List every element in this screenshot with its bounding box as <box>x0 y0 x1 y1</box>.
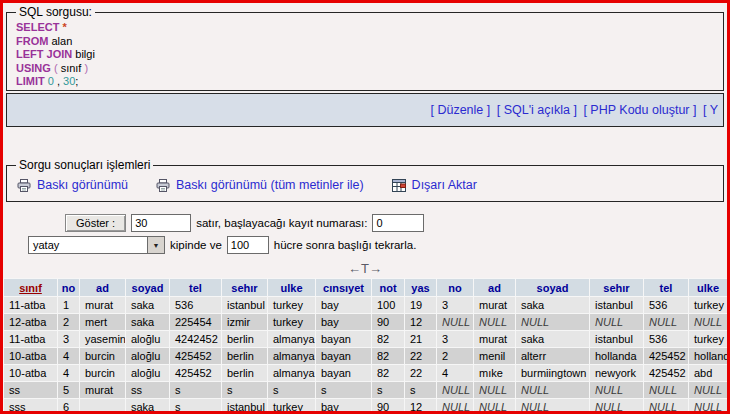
column-header: ulke <box>689 279 728 297</box>
table-cell: 3 <box>58 331 80 348</box>
display-mode-select[interactable]: yatay ▼ <box>28 236 165 254</box>
display-mode-value: yatay <box>29 239 147 251</box>
table-cell: istanbul <box>222 399 268 414</box>
table-cell: aloğlu <box>126 331 170 348</box>
sql-token-plain: alan <box>48 35 72 47</box>
table-row: 10-atba4burcinaloğlu425452berlinalmanyab… <box>4 365 728 382</box>
table-cell: 100 <box>372 297 405 314</box>
table-cell: 425452 <box>644 348 689 365</box>
sql-token-star: * <box>62 21 66 33</box>
operation-link[interactable]: Baskı görünümü (tüm metinler ile) <box>156 178 364 192</box>
table-cell: 12-atba <box>4 314 58 331</box>
table-cell: saka <box>126 314 170 331</box>
table-cell: NULL <box>516 382 590 399</box>
sql-line: LEFT JOIN bilgi <box>16 48 717 62</box>
column-sort-link[interactable]: soyad <box>537 282 569 294</box>
results-operations-panel: Sorgu sonuçları işlemleri Baskı görünümü… <box>6 158 724 202</box>
column-sort-link[interactable]: ad <box>96 282 109 294</box>
sql-token-kw: LEFT JOIN <box>16 48 72 60</box>
table-cell: 2 <box>58 314 80 331</box>
table-cell: 2 <box>437 348 474 365</box>
sql-query-panel: SQL sorgusu: SELECT *FROM alanLEFT JOIN … <box>6 5 724 91</box>
table-cell: NULL <box>689 399 728 414</box>
table-cell: NULL <box>437 314 474 331</box>
table-cell: NULL <box>516 399 590 414</box>
table-cell: 6 <box>58 399 80 414</box>
row-count-input[interactable] <box>131 214 191 232</box>
column-sort-link[interactable]: no <box>448 282 461 294</box>
table-cell: 225454 <box>170 314 222 331</box>
column-sort-link[interactable]: tel <box>189 282 202 294</box>
query-actions-bar: [ Düzenle ] [ SQL'i açıkla ] [ PHP Kodu … <box>6 93 724 127</box>
table-cell: 4242452 <box>170 331 222 348</box>
operation-link[interactable]: Dışarı Aktar <box>392 178 477 192</box>
sql-line: FROM alan <box>16 35 717 49</box>
table-cell: NULL <box>644 399 689 414</box>
column-sort-link[interactable]: no <box>62 282 75 294</box>
table-orientation-toggle[interactable]: ←T→ <box>3 261 727 276</box>
table-cell: yasemin <box>80 331 126 348</box>
results-table: sınıfnoadsoyadtelsehırulkecınsıyetnotyas… <box>3 278 728 414</box>
export-icon <box>392 179 406 192</box>
table-cell: istanbul <box>222 297 268 314</box>
table-cell: 82 <box>372 331 405 348</box>
table-row: 11-atba3yaseminaloğlu4242452berlinalmany… <box>4 331 728 348</box>
table-cell: 82 <box>372 365 405 382</box>
table-cell: turkey <box>689 331 728 348</box>
query-action-link[interactable]: [ SQL'i açıkla ] <box>497 103 577 117</box>
display-mode-label: kipinde ve <box>170 239 222 251</box>
table-cell: bayan <box>316 331 372 348</box>
column-sort-link[interactable]: ulke <box>280 282 302 294</box>
table-cell: hollanda <box>689 348 728 365</box>
table-cell: 10-atba <box>4 348 58 365</box>
sql-token-plain: sınıf <box>61 62 82 74</box>
table-cell: bay <box>316 314 372 331</box>
query-action-link[interactable]: [ Düzenle ] <box>430 103 490 117</box>
print-icon <box>17 179 31 192</box>
column-header: soyad <box>516 279 590 297</box>
column-header: cınsıyet <box>316 279 372 297</box>
sql-token-kw: FROM <box>16 35 48 47</box>
column-sort-link[interactable]: tel <box>660 282 673 294</box>
results-table-body: 11-atba1muratsaka536istanbulturkeybay100… <box>4 297 728 414</box>
show-button[interactable]: Göster : <box>65 214 126 232</box>
table-cell: 4 <box>437 365 474 382</box>
chevron-down-icon: ▼ <box>147 237 164 253</box>
table-cell: NULL <box>644 382 689 399</box>
table-cell: almanya <box>268 348 316 365</box>
operation-link[interactable]: Baskı görünümü <box>17 178 128 192</box>
table-cell: 19 <box>405 297 437 314</box>
table-cell: 425452 <box>170 365 222 382</box>
table-cell: s <box>170 382 222 399</box>
results-operations-legend: Sorgu sonuçları işlemleri <box>16 158 153 172</box>
column-header: sınıf <box>4 279 58 297</box>
table-cell: 22 <box>405 348 437 365</box>
table-cell: bayan <box>316 365 372 382</box>
start-record-input[interactable] <box>372 214 424 232</box>
table-cell: aloğlu <box>126 348 170 365</box>
column-sort-link[interactable]: soyad <box>132 282 164 294</box>
column-sort-link[interactable]: ulke <box>697 282 719 294</box>
table-cell: s <box>372 382 405 399</box>
column-sort-link[interactable]: sehır <box>603 282 629 294</box>
column-sort-link[interactable]: sehır <box>231 282 257 294</box>
table-cell: bay <box>316 297 372 314</box>
column-sort-link[interactable]: yas <box>411 282 429 294</box>
column-sort-link[interactable]: ad <box>488 282 501 294</box>
header-row: sınıfnoadsoyadtelsehırulkecınsıyetnotyas… <box>4 279 728 297</box>
table-cell: berlin <box>222 365 268 382</box>
table-cell: NULL <box>590 399 644 414</box>
query-action-link[interactable]: [ Y <box>703 103 718 117</box>
table-cell: NULL <box>516 314 590 331</box>
repeat-headers-input[interactable] <box>227 236 269 254</box>
table-cell: newyork <box>590 365 644 382</box>
row-count-label: satır, başlayacağı kayıt numarası: <box>196 217 367 229</box>
column-sort-link[interactable]: cınsıyet <box>323 282 364 294</box>
column-sort-link[interactable]: sınıf <box>19 282 42 294</box>
query-action-link[interactable]: [ PHP Kodu oluştur ] <box>583 103 696 117</box>
table-cell: ss <box>4 382 58 399</box>
column-sort-link[interactable]: not <box>379 282 396 294</box>
row-display-form: Göster : satır, başlayacağı kayıt numara… <box>65 214 727 232</box>
table-cell: NULL <box>437 399 474 414</box>
table-cell: 1 <box>58 297 80 314</box>
